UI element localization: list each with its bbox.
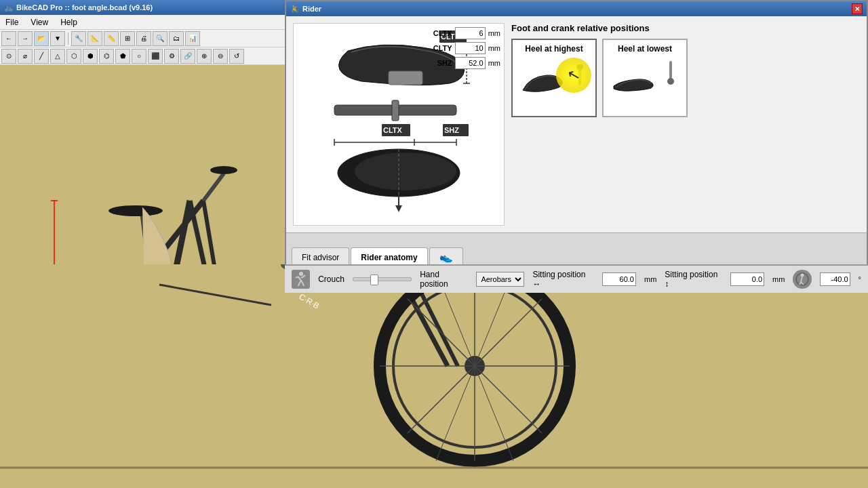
heel-highest-box[interactable]: Heel at highest [511,39,597,117]
shz-input[interactable] [455,57,486,69]
dialog-tabs: Fit advisor Rider anatomy 👟 [286,232,867,266]
svg-point-65 [667,78,674,85]
menu-view[interactable]: View [28,16,51,28]
tab-rider-anatomy[interactable]: Rider anatomy [351,247,427,266]
sitting-h-unit: mm [644,275,656,283]
hand-position-select[interactable]: Aerobars Drops Hoods Tops [476,272,524,287]
sitting-h-input[interactable] [602,272,636,286]
toolbar-btn-12[interactable]: 📊 [185,31,200,46]
clty-row: CLTY mm [429,42,500,54]
rider-dialog-titlebar: 🚴 Rider ✕ [286,1,867,16]
heel-lowest-image [608,58,682,112]
toolbar2-btn-7[interactable]: ⌬ [99,49,114,64]
toolbar-btn-2[interactable]: → [18,31,33,46]
toolbar2-btn-8[interactable]: ⬟ [115,49,130,64]
heel-lowest-label: Heel at lowest [608,44,682,54]
angle-input[interactable] [820,272,850,286]
toolbar-btn-open[interactable]: 📂 [34,31,49,46]
toolbar-btn-10[interactable]: 🔍 [153,31,167,46]
sitting-v-label: Sitting position ↕ [665,270,722,289]
shz-unit: mm [488,59,500,67]
crouch-label: Crouch [318,274,344,284]
toolbar2-btn-3[interactable]: ╱ [34,49,49,64]
cltx-unit: mm [488,29,500,37]
menu-file[interactable]: File [3,16,21,28]
menu-bar: File View Help [0,15,285,30]
shoe-tab-icon: 👟 [439,251,453,264]
cltx-input[interactable] [455,27,486,39]
cursor-icon: ↖ [566,65,582,85]
main-title-bar: 🚲 BikeCAD Pro :: foot angle.bcad (v9.16) [0,0,285,15]
toolbar-btn-5[interactable]: 🔧 [71,31,86,46]
toolbar2-btn-6[interactable]: ⬢ [83,49,98,64]
tab-fit-advisor-label: Fit advisor [302,253,339,262]
crouch-bar: Crouch Hand position Aerobars Drops Hood… [285,264,868,293]
cltx-row: CLTX mm [429,27,500,39]
toolbar-btn-6[interactable]: 📐 [87,31,102,46]
toolbar2-btn-2[interactable]: ⌀ [18,49,33,64]
svg-point-85 [801,274,804,277]
angle-icon [793,270,811,289]
toolbar: ← → 📂 ▼ 🔧 📐 📏 ⊞ 🖨 🔍 🗂 📊 [0,30,285,47]
svg-point-16 [108,205,163,216]
svg-point-58 [355,152,456,190]
hand-position-label: Hand position [420,270,468,289]
rider-dialog-close-button[interactable]: ✕ [852,3,863,14]
toolbar2-btn-5[interactable]: ⬡ [66,49,81,64]
bike-lower: C·R·B [0,264,868,488]
toolbar2-btn-12[interactable]: 🔗 [180,49,195,64]
heel-highest-image: ↖ [517,58,591,112]
toolbar-btn-4[interactable]: ▼ [50,31,65,46]
toolbar-btn-1[interactable]: ← [1,31,16,46]
foot-positions-panel: Foot and crank relative positions Heel a… [511,23,860,226]
toolbar2: ⊙ ⌀ ╱ △ ⬡ ⬢ ⌬ ⬟ ○ ⬛ ⚙ 🔗 ⊕ ⊖ ↺ [0,47,285,65]
foot-positions-title: Foot and crank relative positions [511,23,860,33]
rider-dialog-title-text: Rider [302,5,321,13]
positions-row: Heel at highest [511,39,860,117]
crouch-slider[interactable] [353,277,412,281]
svg-text:CLTX: CLTX [383,126,403,134]
rider-icon [292,270,310,289]
shz-row: SHZ mm [429,57,500,69]
svg-point-18 [210,166,237,174]
toolbar-btn-11[interactable]: 🗂 [169,31,184,46]
toolbar-btn-9[interactable]: 🖨 [136,31,151,46]
toolbar2-btn-15[interactable]: ↺ [229,49,244,64]
clty-unit: mm [488,44,500,52]
toolbar2-btn-14[interactable]: ⊖ [213,49,228,64]
sitting-v-input[interactable] [730,272,764,286]
app-icon: 🚲 [4,3,14,12]
toolbar-btn-7[interactable]: 📏 [104,31,119,46]
tab-rider-anatomy-label: Rider anatomy [361,253,417,262]
svg-text:SHZ: SHZ [444,126,459,134]
toolbar2-btn-4[interactable]: △ [50,49,65,64]
cursor-highlight: ↖ [556,58,591,93]
shz-label: SHZ [429,59,452,67]
angle-unit: ° [859,275,861,283]
svg-rect-40 [389,71,422,85]
heel-lowest-box[interactable]: Heel at lowest [602,39,688,117]
foot-diagram: CLTY CLTX [293,23,505,226]
dialog-content: CLTY CLTX [286,16,867,232]
toolbar2-btn-9[interactable]: ○ [132,49,146,64]
crouch-slider-thumb[interactable] [370,274,378,285]
toolbar2-btn-1[interactable]: ⊙ [1,49,16,64]
clty-input[interactable] [455,42,486,54]
clty-label: CLTY [429,44,452,52]
tab-shoe[interactable]: 👟 [429,247,463,266]
toolbar2-btn-11[interactable]: ⚙ [164,49,179,64]
sitting-v-unit: mm [772,275,785,283]
svg-rect-47 [392,100,399,121]
tab-fit-advisor[interactable]: Fit advisor [292,247,349,266]
menu-help[interactable]: Help [58,16,80,28]
app-title: BikeCAD Pro :: foot angle.bcad (v9.16) [16,3,153,12]
toolbar2-btn-10[interactable]: ⬛ [148,49,163,64]
rider-dialog-icon: 🚴 [290,5,300,14]
sitting-h-label: Sitting position ↔ [532,270,594,289]
toolbar-btn-8[interactable]: ⊞ [120,31,135,46]
heel-highest-label: Heel at highest [517,44,591,54]
toolbar2-btn-13[interactable]: ⊕ [197,49,212,64]
rider-dialog: 🚴 Rider ✕ CLTY [285,0,868,268]
cltx-label: CLTX [429,29,452,37]
svg-point-82 [299,272,303,276]
